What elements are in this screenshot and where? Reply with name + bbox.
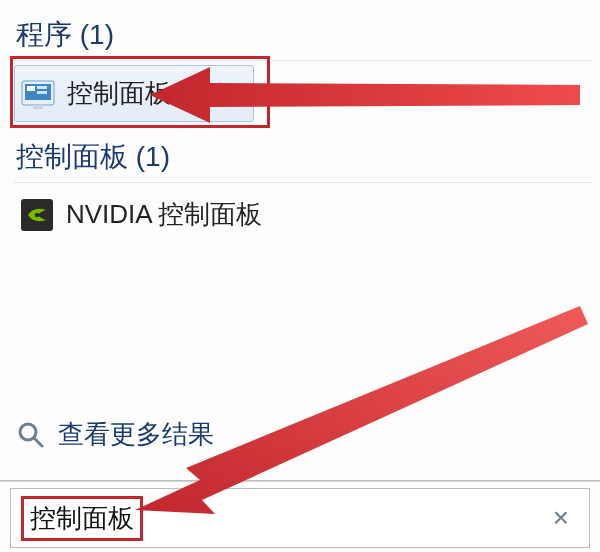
result-item-label: 控制面板: [67, 76, 171, 111]
svg-point-7: [35, 212, 39, 216]
separator: [0, 480, 600, 482]
svg-rect-2: [27, 86, 35, 91]
category-header-programs: 程序 (1): [14, 12, 592, 61]
result-item-nvidia-control-panel[interactable]: NVIDIA 控制面板: [14, 187, 600, 242]
search-input-value[interactable]: 控制面板: [21, 496, 143, 541]
svg-line-9: [34, 438, 42, 446]
category-header-control-panel: 控制面板 (1): [14, 134, 592, 183]
control-panel-icon: [21, 77, 55, 111]
clear-search-button[interactable]: ×: [543, 498, 579, 538]
svg-rect-4: [37, 91, 47, 94]
svg-marker-11: [135, 306, 588, 514]
search-input-row[interactable]: 控制面板 ×: [10, 488, 590, 548]
result-item-control-panel[interactable]: 控制面板: [14, 65, 254, 122]
search-results-panel: 程序 (1) 控制面板 控制面板 (1) NVIDIA 控制面板: [0, 0, 600, 242]
svg-rect-5: [33, 105, 43, 109]
result-item-label: NVIDIA 控制面板: [66, 197, 262, 232]
see-more-results-label: 查看更多结果: [58, 417, 214, 452]
see-more-results[interactable]: 查看更多结果: [14, 417, 214, 452]
magnifier-icon: [14, 418, 48, 452]
nvidia-icon: [20, 198, 54, 232]
svg-rect-3: [37, 86, 47, 89]
